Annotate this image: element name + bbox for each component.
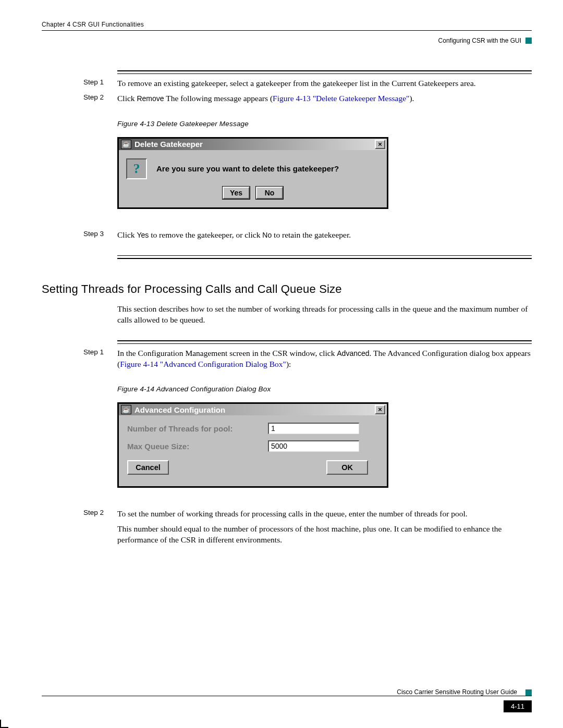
- dialog1-title: Delete Gatekeeper: [134, 140, 203, 149]
- page-number: 4-11: [504, 700, 532, 712]
- figure-4-13-caption: Figure 4-13 Delete Gatekeeper Message: [117, 120, 532, 128]
- step-b1-body: In the Configuration Management screen i…: [117, 348, 532, 370]
- figure-4-14-link[interactable]: Figure 4-14 "Advanced Configuration Dial…: [120, 360, 286, 368]
- step-b1-label: Step 1: [83, 348, 117, 370]
- chapter-title: Chapter 4 CSR GUI Functionalities: [42, 21, 144, 28]
- yes-button[interactable]: Yes: [223, 187, 250, 199]
- queue-label: Max Queue Size:: [127, 442, 268, 451]
- figure-4-14-caption: Figure 4-14 Advanced Configuration Dialo…: [117, 385, 532, 393]
- coffee-cup-icon: ☕: [121, 405, 131, 414]
- no-keyword: No: [262, 231, 272, 239]
- book-title: Cisco Carrier Sensitive Routing User Gui…: [279, 688, 521, 696]
- dialog1-titlebar: ☕ Delete Gatekeeper ×: [119, 139, 387, 150]
- step-b2-row: Step 2 To set the number of working thre…: [42, 509, 532, 546]
- question-icon: ?: [126, 158, 147, 179]
- step-2-pre: Click: [117, 94, 137, 103]
- yes-keyword: Yes: [137, 231, 149, 239]
- threads-label: Number of Threads for pool:: [127, 424, 268, 433]
- advanced-config-dialog: ☕ Advanced Configuration × Number of Thr…: [117, 402, 388, 488]
- delete-gatekeeper-dialog: ☕ Delete Gatekeeper × ? Are you sure you…: [117, 137, 388, 209]
- step-b2-note: This number should equal to the number o…: [117, 524, 532, 546]
- figure-id-mark: [389, 187, 393, 207]
- close-button[interactable]: ×: [375, 140, 385, 149]
- remove-keyword: Remove: [137, 94, 164, 103]
- ok-button[interactable]: OK: [326, 460, 368, 475]
- step-b1-pre: In the Configuration Management screen i…: [117, 349, 337, 357]
- header-rule: [42, 30, 532, 31]
- chapter-header: Chapter 4 CSR GUI Functionalities: [42, 21, 532, 28]
- step-1-body: To remove an existing gatekeeper, select…: [117, 78, 532, 89]
- corner-mark-icon: [0, 720, 8, 728]
- step-1-row: Step 1 To remove an existing gatekeeper,…: [42, 78, 532, 89]
- figure-4-13-link[interactable]: Figure 4-13 "Delete Gatekeeper Message": [273, 94, 409, 103]
- section-header: Configuring CSR with the GUI: [42, 37, 532, 44]
- step-2-row: Step 2 Click Remove The following messag…: [42, 93, 532, 104]
- dialog2-title: Advanced Configuration: [134, 405, 225, 414]
- queue-input[interactable]: 5000: [268, 440, 359, 452]
- dialog2-titlebar: ☕ Advanced Configuration ×: [119, 404, 387, 415]
- step-b2-body: To set the number of working threads for…: [117, 509, 532, 546]
- step-b2-label: Step 2: [83, 509, 117, 546]
- procedure-top-rule: [117, 70, 532, 74]
- page-footer: Cisco Carrier Sensitive Routing User Gui…: [42, 688, 532, 712]
- step-1-label: Step 1: [83, 78, 117, 89]
- step-b1-post: ):: [286, 360, 291, 368]
- queue-row: Max Queue Size: 5000: [127, 440, 378, 452]
- threads-row: Number of Threads for pool: 1: [127, 423, 378, 434]
- step-b1-row: Step 1 In the Configuration Management s…: [42, 348, 532, 370]
- dialog1-message: Are you sure you want to delete this gat…: [156, 164, 339, 173]
- accent-square-icon: [525, 38, 532, 44]
- step-2-post: ).: [409, 94, 414, 103]
- close-button[interactable]: ×: [375, 405, 385, 414]
- figure-id-mark: [389, 465, 393, 486]
- section-title: Configuring CSR with the GUI: [438, 37, 521, 44]
- step-2-label: Step 2: [83, 93, 117, 104]
- threads-input[interactable]: 1: [268, 423, 359, 434]
- step-b2-main: To set the number of working threads for…: [117, 509, 532, 520]
- cancel-button[interactable]: Cancel: [127, 460, 169, 475]
- coffee-cup-icon: ☕: [121, 140, 131, 149]
- step-3-row: Step 3 Click Yes to remove the gatekeepe…: [42, 230, 532, 241]
- accent-square-icon: [525, 689, 532, 696]
- step-2-mid: The following message appears (: [164, 94, 273, 103]
- step-3-pre: Click: [117, 230, 137, 239]
- procedure-bottom-rule: [117, 255, 532, 259]
- procedure2-top-rule: [117, 340, 532, 344]
- step-3-label: Step 3: [83, 230, 117, 241]
- no-button[interactable]: No: [256, 187, 283, 199]
- section-paragraph: This section describes how to set the nu…: [117, 304, 532, 326]
- step-2-body: Click Remove The following message appea…: [117, 93, 532, 104]
- section-heading: Setting Threads for Processing Calls and…: [42, 282, 532, 296]
- step-3-mid: to remove the gatekeeper, or click: [149, 230, 262, 239]
- step-3-post: to retain the gatekeeper.: [272, 230, 351, 239]
- advanced-keyword: Advanced: [337, 349, 369, 357]
- step-3-body: Click Yes to remove the gatekeeper, or c…: [117, 230, 532, 241]
